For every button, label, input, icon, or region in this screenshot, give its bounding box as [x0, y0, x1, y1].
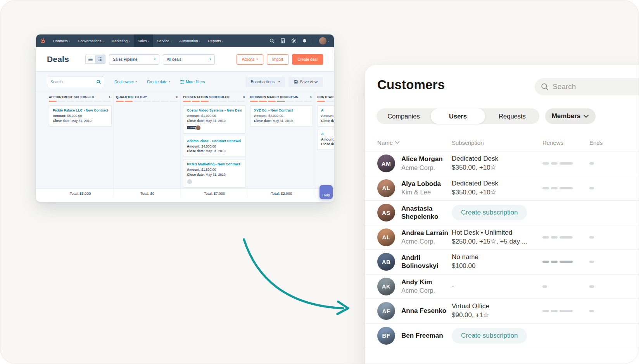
pipeline-select[interactable]: Sales Pipeline ▾ [109, 54, 159, 65]
pipeline-stage-count: 1 [109, 95, 111, 99]
date-placeholder [589, 162, 624, 165]
subscription-plan: Dedicated Desk [452, 155, 542, 163]
import-button[interactable]: Import [267, 54, 288, 65]
customers-search-input[interactable] [553, 82, 639, 91]
nav-item-reports[interactable]: Reports▾ [204, 34, 227, 47]
chevron-down-icon: ▾ [210, 58, 211, 61]
create-subscription-button[interactable]: Create subscription [452, 205, 527, 220]
table-row-alice-morgan[interactable]: AMAlice MorganAcme Corp.Dedicated Desk$3… [365, 151, 639, 176]
deal-card[interactable]: Pickle Palace LLC - New ContractAmount: … [49, 105, 112, 127]
tab-users[interactable]: Users [431, 108, 485, 124]
customers-table-body: AMAlice MorganAcme Corp.Dedicated Desk$3… [365, 151, 639, 348]
deal-card[interactable]: Costar Video Systems - New DealAmount: $… [183, 105, 246, 134]
create-date-filter[interactable]: Create date ▾ [147, 80, 170, 84]
deal-card[interactable]: AAmount: Close date: [317, 105, 334, 127]
board-actions-button[interactable]: Board actions ▾ [245, 77, 285, 87]
members-dropdown[interactable]: Members [545, 108, 596, 124]
name-block: Andrii Bolinovskyi [401, 254, 452, 271]
customers-tabs: CompaniesUsersRequests [376, 108, 539, 124]
deal-close-date: Close date: [321, 142, 334, 147]
deal-owner-filter[interactable]: Deal owner ▾ [114, 80, 137, 84]
chevron-down-icon: ▾ [136, 80, 137, 83]
chevron-down-icon: ▾ [222, 39, 223, 42]
name-block: Andrea LarrainAcme Corp. [401, 229, 452, 246]
deal-title: Adams Place - Contract Renewal [187, 139, 242, 143]
avatar: AB [377, 253, 395, 271]
deals-filter-select[interactable]: All deals ▾ [163, 54, 215, 65]
pipeline-stage-count: 1 [310, 95, 312, 99]
column-total: Total: $2,000 [248, 189, 315, 198]
nav-item-automation[interactable]: Automation▾ [175, 34, 204, 47]
subscription-price: $350.00, +10☆ [452, 163, 542, 172]
notifications-icon[interactable] [302, 38, 307, 43]
deals-search-input[interactable] [50, 80, 94, 84]
date-placeholder [589, 261, 624, 263]
deal-card[interactable]: Adams Place - Contract RenewalAmount: $4… [183, 136, 246, 157]
table-row-andy-kim[interactable]: AKAndy KimAcme Corp.- [365, 275, 639, 299]
deal-amount: Amount: $2,000.00 [254, 113, 309, 118]
customer-name: Alya Loboda [401, 180, 452, 188]
nav-item-label: Marketing [111, 39, 128, 43]
deal-card[interactable]: XYZ Co. - New ContractAmount: $2,000.00C… [250, 105, 313, 127]
save-view-button[interactable]: Save view [288, 77, 323, 87]
avatar: AL [377, 228, 395, 246]
avatar: AK [377, 278, 395, 295]
column-cards: AAmount: Close date: AAmount: Close date… [315, 102, 334, 189]
nav-item-contacts[interactable]: Contacts▾ [49, 34, 74, 47]
settings-icon[interactable] [291, 38, 296, 43]
column-header-ends: Ends [589, 139, 624, 146]
nav-item-conversations[interactable]: Conversations▾ [74, 34, 108, 47]
deal-close-date: Close date: May 31, 2019 [53, 118, 108, 124]
avatar: AM [377, 155, 395, 172]
create-deal-button[interactable]: Create deal [292, 54, 323, 65]
search-icon[interactable] [269, 38, 275, 43]
avatar: AS [377, 204, 395, 221]
nav-item-marketing[interactable]: Marketing▾ [107, 34, 134, 47]
more-filters-button[interactable]: More filters [180, 80, 205, 84]
actions-button[interactable]: Actions ▾ [237, 54, 263, 65]
tab-requests[interactable]: Requests [485, 108, 539, 124]
table-row-ben-freeman[interactable]: BFBen FreemanCreate subscription [365, 324, 639, 349]
date-placeholder [542, 187, 589, 189]
search-icon [541, 83, 549, 91]
column-header-name[interactable]: Name [377, 139, 452, 146]
table-row-andrea-larrain[interactable]: ALAndrea LarrainAcme Corp.Hot Desk • Unl… [365, 225, 639, 250]
column-total: Total: $7,000 [181, 189, 248, 198]
dash [560, 261, 573, 263]
hubspot-logo-icon[interactable] [36, 34, 49, 47]
deal-card[interactable]: AAmount: Close date: [317, 129, 334, 150]
view-toggle [85, 55, 105, 64]
subscription-cell: Create subscription [452, 328, 542, 343]
board-view-button[interactable] [95, 55, 105, 64]
date-placeholder [542, 162, 589, 165]
chevron-down-icon: ▾ [129, 39, 130, 42]
customer-company: Acme Corp. [401, 164, 452, 172]
chevron-down-icon: ▾ [69, 39, 70, 42]
deal-title: PKGD Marketing - New Contract [187, 162, 242, 166]
list-view-button[interactable] [85, 55, 95, 64]
table-row-anna-fesenko[interactable]: AFAnna FesenkoVirtual Office$90.00, +1☆ [365, 299, 639, 324]
help-button[interactable]: Help [320, 185, 333, 199]
table-row-anastasia-shepelenko[interactable]: ASAnastasia ShepelenkoCreate subscriptio… [365, 201, 639, 225]
marketplace-icon[interactable] [280, 38, 285, 43]
nav-item-label: Conversations [78, 39, 102, 43]
customers-tabs-row: CompaniesUsersRequests Members [376, 108, 639, 124]
tab-companies[interactable]: Companies [376, 108, 431, 124]
pipeline-stage-name: APPOINTMENT SCHEDULED [49, 95, 94, 99]
ends-cell [589, 236, 624, 239]
pipeline-stage-name: QUALIFIED TO BUY [116, 95, 147, 99]
nav-item-service[interactable]: Service▾ [153, 34, 176, 47]
customer-name: Andy Kim [401, 278, 452, 287]
name-block: Anastasia Shepelenko [401, 204, 452, 221]
search-icon[interactable] [97, 80, 101, 84]
table-row-andrii-bolinovskyi[interactable]: ABAndrii BolinovskyiNo name$100.00 [365, 250, 639, 275]
name-cell: ALAlya LobodaKim & Lee [377, 179, 452, 197]
account-menu[interactable]: ▾ [319, 37, 329, 45]
customers-title: Customers [377, 77, 445, 92]
deal-title: Pickle Palace LLC - New Contract [53, 108, 108, 112]
table-row-alya-loboda[interactable]: ALAlya LobodaKim & LeeDedicated Desk$350… [365, 176, 639, 201]
nav-item-sales[interactable]: Sales▾ [134, 34, 153, 47]
avatar: BF [377, 327, 395, 345]
deal-card[interactable]: PKGD Marketing - New ContractAmount: $1,… [183, 159, 246, 187]
create-subscription-button[interactable]: Create subscription [452, 328, 527, 343]
